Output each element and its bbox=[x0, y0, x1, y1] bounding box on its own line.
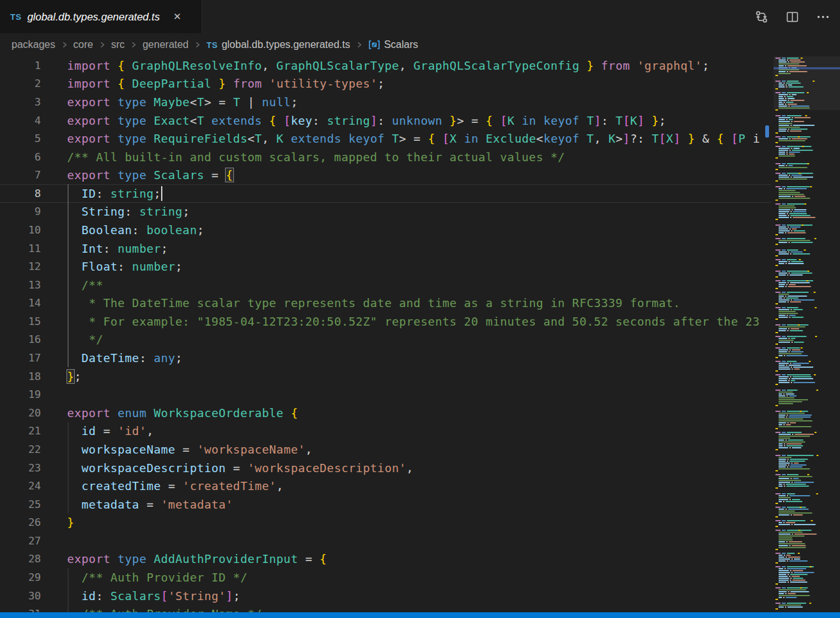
code-line-content: export type Maybe<T> = T | null; bbox=[67, 93, 298, 111]
code-line[interactable]: 28export type AddAuthProviderInput = { bbox=[0, 550, 771, 569]
indent-guide bbox=[68, 459, 68, 477]
line-number: 20 bbox=[0, 407, 41, 419]
tab-bar: TS global.db.types.generated.ts ✕ bbox=[0, 0, 840, 33]
line-number: 3 bbox=[0, 96, 41, 108]
code-line[interactable]: 4export type Exact<T extends { [key: str… bbox=[0, 111, 771, 130]
open-changes-icon[interactable] bbox=[751, 6, 772, 28]
code-line[interactable]: 8 ID: string; bbox=[0, 184, 771, 203]
code-line-content: workspaceDescription = 'workspaceDescrip… bbox=[67, 459, 414, 477]
breadcrumb-item-file[interactable]: TS global.db.types.generated.ts bbox=[206, 39, 350, 51]
code-line-content: Float: number; bbox=[67, 257, 183, 276]
code-line[interactable]: 27 bbox=[0, 532, 771, 550]
breadcrumb-symbol-label: Scalars bbox=[384, 39, 418, 51]
code-line-content: /** bbox=[67, 276, 103, 294]
code-line-content: id: Scalars['String']; bbox=[67, 587, 240, 605]
breadcrumb-item-packages[interactable]: packages bbox=[12, 39, 56, 51]
chevron-right-icon bbox=[98, 40, 107, 49]
code-line[interactable]: 15 * For example: "1985-04-12T23:20:50.5… bbox=[0, 312, 771, 331]
line-number: 24 bbox=[0, 480, 41, 492]
code-line[interactable]: 14 * The DateTime scalar type represents… bbox=[0, 294, 771, 313]
code-line[interactable]: 16 */ bbox=[0, 331, 771, 349]
line-number: 10 bbox=[0, 224, 41, 236]
breadcrumb-item-generated[interactable]: generated bbox=[143, 39, 189, 51]
code-line-content: String: string; bbox=[67, 203, 190, 221]
line-number: 5 bbox=[0, 132, 41, 145]
code-line-content: createdTime = 'createdTime', bbox=[67, 477, 284, 495]
minimap[interactable] bbox=[774, 56, 840, 612]
code-line[interactable]: 2import { DeepPartial } from 'utility-ty… bbox=[0, 75, 771, 93]
symbol-type-icon bbox=[368, 40, 380, 50]
code-line-content: workspaceName = 'workspaceName', bbox=[67, 440, 313, 459]
chevron-right-icon bbox=[355, 40, 364, 49]
chevron-right-icon bbox=[129, 40, 138, 49]
line-number: 21 bbox=[0, 425, 41, 437]
line-number: 15 bbox=[0, 315, 41, 328]
line-number: 2 bbox=[0, 77, 41, 90]
code-line[interactable]: 1import { GraphQLResolveInfo, GraphQLSca… bbox=[0, 56, 771, 75]
code-line-content: Int: number; bbox=[67, 239, 168, 258]
breadcrumb-item-core[interactable]: core bbox=[74, 39, 93, 51]
line-number: 13 bbox=[0, 279, 41, 291]
split-editor-icon[interactable] bbox=[781, 6, 803, 28]
close-tab-icon[interactable]: ✕ bbox=[171, 10, 184, 24]
vscode-window: TS global.db.types.generated.ts ✕ bbox=[0, 0, 840, 618]
code-line-content: metadata = 'metadata' bbox=[67, 495, 233, 514]
breadcrumb-file-label: global.db.types.generated.ts bbox=[222, 39, 350, 51]
code-line[interactable]: 19 bbox=[0, 385, 771, 404]
breadcrumb-item-src[interactable]: src bbox=[111, 39, 125, 51]
code-editor[interactable]: 1import { GraphQLResolveInfo, GraphQLSca… bbox=[0, 56, 771, 618]
indent-guide bbox=[68, 587, 68, 605]
code-line[interactable]: 17 DateTime: any; bbox=[0, 349, 771, 367]
code-line-content: export type Exact<T extends { [key: stri… bbox=[67, 111, 666, 130]
code-line[interactable]: 18}; bbox=[0, 367, 771, 386]
code-line-content: import { GraphQLResolveInfo, GraphQLScal… bbox=[67, 56, 710, 75]
line-number: 19 bbox=[0, 388, 41, 400]
code-line[interactable]: 20export enum WorkspaceOrderable { bbox=[0, 404, 771, 422]
line-number: 29 bbox=[0, 571, 41, 583]
tab-global-db-types-generated-ts[interactable]: TS global.db.types.generated.ts ✕ bbox=[0, 0, 202, 33]
code-line[interactable]: 3export type Maybe<T> = T | null; bbox=[0, 93, 771, 111]
code-line-content: export type Scalars = { bbox=[67, 166, 233, 184]
indent-guide bbox=[68, 276, 68, 294]
code-line-content: /** All built-in and custom scalars, map… bbox=[67, 148, 565, 166]
more-actions-icon[interactable] bbox=[812, 6, 834, 28]
line-number: 26 bbox=[0, 516, 41, 528]
indent-guide bbox=[68, 294, 68, 313]
code-line[interactable]: 25 metadata = 'metadata' bbox=[0, 495, 771, 514]
line-number: 22 bbox=[0, 443, 41, 456]
code-line[interactable]: 6/** All built-in and custom scalars, ma… bbox=[0, 148, 771, 166]
indent-guide bbox=[68, 239, 68, 258]
indent-guide bbox=[68, 257, 68, 276]
code-line-content: Boolean: boolean; bbox=[67, 221, 204, 239]
indent-guide bbox=[68, 477, 68, 495]
code-line-content: /** Auth Provider ID */ bbox=[67, 568, 247, 587]
indent-guide bbox=[68, 495, 68, 514]
code-line[interactable]: 30 id: Scalars['String']; bbox=[0, 587, 771, 605]
code-line[interactable]: 21 id = 'id', bbox=[0, 422, 771, 441]
code-line[interactable]: 26} bbox=[0, 513, 771, 532]
code-line[interactable]: 24 createdTime = 'createdTime', bbox=[0, 477, 771, 495]
line-number: 18 bbox=[0, 370, 41, 383]
code-line-content: id = 'id', bbox=[67, 422, 153, 441]
code-line[interactable]: 11 Int: number; bbox=[0, 239, 771, 258]
line-number: 14 bbox=[0, 297, 41, 309]
code-line[interactable]: 29 /** Auth Provider ID */ bbox=[0, 568, 771, 587]
code-line[interactable]: 10 Boolean: boolean; bbox=[0, 221, 771, 239]
indent-guide bbox=[68, 440, 68, 459]
code-line-content: DateTime: any; bbox=[67, 349, 183, 367]
code-line[interactable]: 12 Float: number; bbox=[0, 257, 771, 276]
breadcrumb-item-symbol-scalars[interactable]: Scalars bbox=[368, 39, 418, 51]
code-line[interactable]: 13 /** bbox=[0, 276, 771, 294]
indent-guide bbox=[68, 331, 68, 349]
breadcrumb: packages core src generated TS global.db… bbox=[0, 33, 840, 56]
code-line[interactable]: 5export type RequireFields<T, K extends … bbox=[0, 129, 771, 148]
code-line[interactable]: 22 workspaceName = 'workspaceName', bbox=[0, 440, 771, 459]
code-line[interactable]: 7export type Scalars = { bbox=[0, 166, 771, 184]
code-line[interactable]: 23 workspaceDescription = 'workspaceDesc… bbox=[0, 459, 771, 477]
code-line-content: }; bbox=[67, 367, 82, 386]
code-line[interactable]: 9 String: string; bbox=[0, 203, 771, 221]
status-bar[interactable] bbox=[0, 612, 840, 618]
chevron-right-icon bbox=[60, 40, 69, 49]
tab-title: global.db.types.generated.ts bbox=[27, 11, 160, 23]
line-number: 9 bbox=[0, 205, 41, 218]
